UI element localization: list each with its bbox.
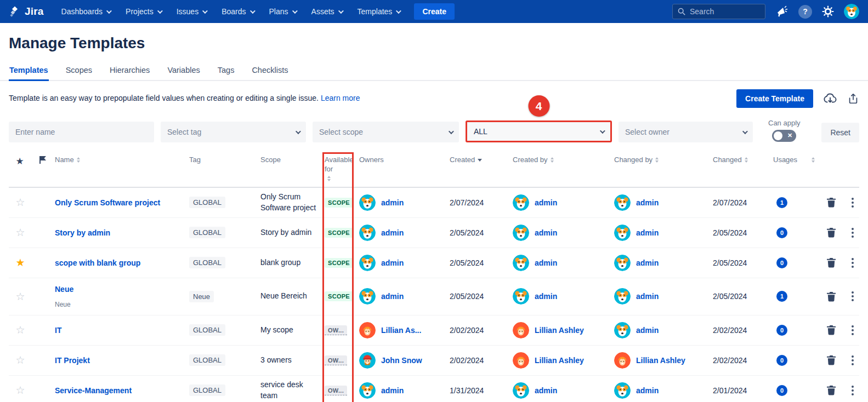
tab-templates[interactable]: Templates xyxy=(9,62,49,81)
template-name-link[interactable]: Story by admin xyxy=(55,228,110,237)
delete-button[interactable] xyxy=(825,196,849,209)
template-name-link[interactable]: scope with blank group xyxy=(55,259,140,267)
available-for-dropdown[interactable]: ALL xyxy=(466,120,612,142)
template-name-link[interactable]: IT Projekt xyxy=(55,356,90,365)
delete-button[interactable] xyxy=(825,324,849,336)
tab-tags[interactable]: Tags xyxy=(217,62,235,81)
search-input[interactable] xyxy=(690,7,756,16)
import-cloud-icon[interactable] xyxy=(823,92,837,105)
row-menu-button[interactable] xyxy=(849,256,866,270)
nav-item-templates[interactable]: Templates xyxy=(358,7,400,16)
header-created-by[interactable]: Created by xyxy=(513,156,614,165)
delete-button[interactable] xyxy=(825,226,849,239)
learn-more-link[interactable]: Learn more xyxy=(321,94,360,102)
favorite-star[interactable]: ☆ xyxy=(9,384,31,397)
header-name[interactable]: Name xyxy=(55,156,189,165)
row-menu-button[interactable] xyxy=(849,289,866,303)
jira-brand[interactable]: Jira xyxy=(9,5,44,18)
changed-by-link[interactable]: admin xyxy=(636,198,659,207)
changed-by-link[interactable]: admin xyxy=(636,386,659,395)
owner-filter-dropdown[interactable]: Select owner xyxy=(619,122,753,142)
tab-hierarchies[interactable]: Hierarchies xyxy=(109,62,150,81)
create-template-button[interactable]: Create Template xyxy=(736,89,813,108)
created-by-link[interactable]: admin xyxy=(535,198,557,207)
header-tag[interactable]: Tag xyxy=(189,156,260,165)
nav-item-projects[interactable]: Projects xyxy=(126,7,161,16)
created-by-link[interactable]: admin xyxy=(535,386,557,395)
create-button[interactable]: Create xyxy=(414,3,455,20)
row-menu-button[interactable] xyxy=(849,353,866,367)
global-search[interactable] xyxy=(672,4,765,19)
template-name-subtext: Neue xyxy=(55,301,189,308)
header-usages[interactable]: Usages xyxy=(773,156,825,165)
favorite-star[interactable]: ☆ xyxy=(9,354,31,366)
changed-by-link[interactable]: admin xyxy=(636,292,659,301)
favorite-star[interactable]: ★ xyxy=(9,256,31,269)
row-menu-button[interactable] xyxy=(849,383,866,398)
changed-by-link[interactable]: admin xyxy=(636,326,659,335)
changed-by-cell: admin xyxy=(614,225,713,241)
created-by-link[interactable]: Lillian Ashley xyxy=(535,356,584,365)
gear-icon[interactable] xyxy=(822,5,834,18)
owner-link[interactable]: John Snow xyxy=(381,356,422,365)
table-row: ☆ Only Scrum Software project GLOBAL Onl… xyxy=(9,188,859,218)
header-scope[interactable]: Scope xyxy=(260,156,325,165)
nav-item-dashboards[interactable]: Dashboards xyxy=(61,7,111,16)
created-by-link[interactable]: Lillian Ashley xyxy=(535,326,584,335)
flag-header-icon[interactable] xyxy=(31,156,55,164)
usages-badge: 0 xyxy=(776,385,787,396)
delete-button[interactable] xyxy=(825,384,849,397)
changed-by-link[interactable]: admin xyxy=(636,228,659,237)
tab-variables[interactable]: Variables xyxy=(167,62,200,81)
tag-filter-dropdown[interactable]: Select tag xyxy=(161,122,306,142)
favorite-star[interactable]: ☆ xyxy=(9,196,31,209)
tab-scopes[interactable]: Scopes xyxy=(65,62,93,81)
delete-button[interactable] xyxy=(825,290,849,303)
header-created[interactable]: Created xyxy=(450,156,513,165)
owner-link[interactable]: admin xyxy=(381,228,404,237)
changed-by-link[interactable]: admin xyxy=(636,259,659,267)
header-changed-by[interactable]: Changed by xyxy=(614,156,713,165)
nav-item-issues[interactable]: Issues xyxy=(177,7,206,16)
delete-button[interactable] xyxy=(825,256,849,269)
template-name-link[interactable]: IT xyxy=(55,326,61,335)
changed-by-link[interactable]: Lillian Ashley xyxy=(636,356,685,365)
template-name-link[interactable]: Neue xyxy=(55,285,73,294)
created-by-cell: admin xyxy=(513,225,614,241)
created-by-link[interactable]: admin xyxy=(535,292,557,301)
owner-link[interactable]: admin xyxy=(381,386,404,395)
owner-link[interactable]: admin xyxy=(381,198,404,207)
owner-link[interactable]: admin xyxy=(381,259,404,267)
favorite-star[interactable]: ☆ xyxy=(9,324,31,336)
owner-link[interactable]: Lillian As... xyxy=(381,326,421,335)
user-avatar[interactable] xyxy=(844,4,859,19)
template-name-link[interactable]: Service-Management xyxy=(55,386,132,395)
announcements-icon[interactable] xyxy=(775,5,788,18)
nav-item-assets[interactable]: Assets xyxy=(311,7,342,16)
help-icon[interactable]: ? xyxy=(798,5,812,19)
scope-cell: Story by admin xyxy=(260,227,325,238)
name-filter-input[interactable] xyxy=(15,128,147,136)
tab-checklists[interactable]: Checklists xyxy=(251,62,288,81)
reset-button[interactable]: Reset xyxy=(821,123,859,142)
favorite-header-star-icon[interactable]: ★ xyxy=(9,156,31,167)
scope-filter-dropdown[interactable]: Select scope xyxy=(313,122,459,142)
header-available-for[interactable]: Available for xyxy=(325,156,355,181)
can-apply-toggle[interactable]: ✕ xyxy=(772,130,796,142)
row-menu-button[interactable] xyxy=(849,196,866,210)
nav-item-boards[interactable]: Boards xyxy=(222,7,253,16)
row-menu-button[interactable] xyxy=(849,226,866,240)
delete-button[interactable] xyxy=(825,354,849,366)
row-menu-button[interactable] xyxy=(849,323,866,337)
created-by-link[interactable]: admin xyxy=(535,228,557,237)
favorite-star[interactable]: ☆ xyxy=(9,290,31,303)
export-icon[interactable] xyxy=(847,92,859,105)
chevron-down-icon xyxy=(157,8,163,14)
header-owners[interactable]: Owners xyxy=(359,156,450,165)
created-by-link[interactable]: admin xyxy=(535,259,557,267)
nav-item-plans[interactable]: Plans xyxy=(269,7,296,16)
owner-link[interactable]: admin xyxy=(381,292,404,301)
favorite-star[interactable]: ☆ xyxy=(9,226,31,239)
header-changed[interactable]: Changed xyxy=(713,156,773,165)
template-name-link[interactable]: Only Scrum Software project xyxy=(55,198,160,207)
